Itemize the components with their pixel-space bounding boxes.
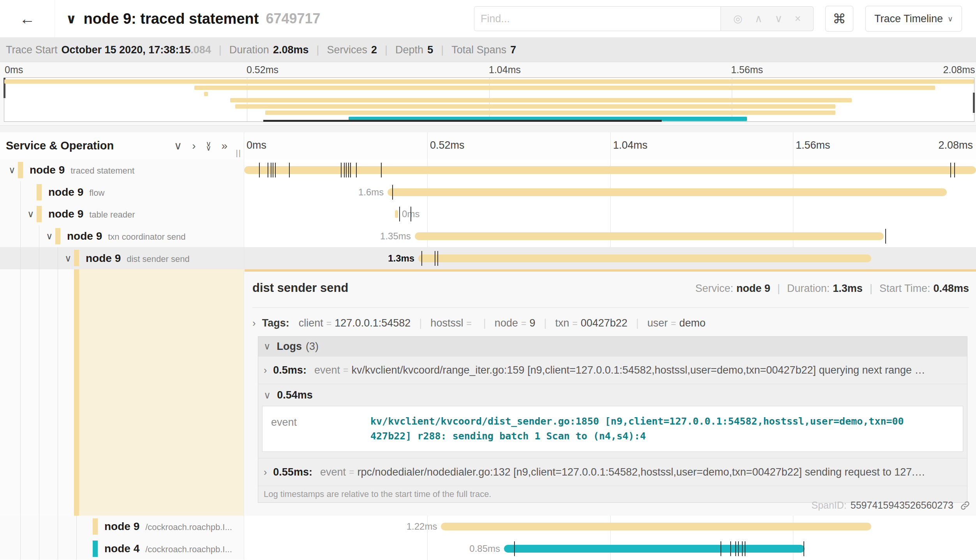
keyboard-shortcuts-button[interactable]: ⌘	[825, 6, 853, 32]
span-row-track[interactable]: 0.85ms	[244, 538, 976, 560]
span-row-label[interactable]: ∨node 9txn coordinator send	[0, 225, 244, 248]
indent-guide	[20, 516, 21, 538]
log-tick	[738, 541, 739, 556]
span-bar[interactable]	[504, 545, 805, 553]
service-operation-header: Service & Operation ∨ › ∨∨ » ||	[0, 132, 244, 159]
log-key: event	[262, 406, 370, 451]
span-bar[interactable]	[388, 188, 947, 196]
span-row[interactable]: node 9/cockroach.roachpb.I...1.22ms	[0, 516, 976, 538]
indent-guide	[58, 516, 58, 538]
log-entry[interactable]: › 0.55ms: event = rpc/nodedialer/nodedia…	[258, 458, 967, 486]
span-row-track[interactable]: 1.6ms	[244, 181, 976, 204]
span-row-track[interactable]	[244, 159, 976, 181]
collapse-one-level-icon[interactable]: ›	[192, 140, 196, 151]
log-entry-expanded-header[interactable]: ∨ 0.54ms	[258, 384, 967, 406]
minimap-span-bar	[204, 92, 208, 96]
log-tick	[399, 207, 400, 221]
span-row[interactable]: node 4/cockroach.roachpb.I...0.85ms	[0, 538, 976, 560]
indent-guide	[39, 516, 39, 538]
log-tick	[421, 251, 422, 266]
log-tick	[435, 251, 435, 266]
indent-guide	[39, 247, 39, 269]
span-row-label[interactable]: ∨node 9table reader	[0, 203, 244, 225]
log-tick	[350, 163, 351, 177]
prev-match-icon[interactable]: ∧	[755, 14, 763, 24]
row-expand-chevron-icon[interactable]: ∨	[9, 165, 16, 176]
log-tick	[356, 163, 357, 177]
expand-all-icon[interactable]: ∨∨	[206, 142, 211, 150]
log-tick	[885, 229, 886, 244]
span-row[interactable]: ∨node 9table reader0ms	[0, 203, 976, 225]
log-tick	[344, 163, 345, 177]
span-row-label[interactable]: node 9/cockroach.roachpb.I...	[0, 516, 244, 538]
span-bar[interactable]	[415, 232, 884, 240]
log-tick	[437, 251, 438, 266]
minimap-right-scrub-handle[interactable]	[973, 93, 975, 113]
log-entry[interactable]: › 0.5ms: event = kv/kvclient/kvcoord/ran…	[258, 356, 967, 384]
row-expand-chevron-icon[interactable]: ∨	[46, 231, 53, 242]
span-row-label[interactable]: ∨node 9dist sender send	[0, 247, 244, 269]
span-service: node 9	[86, 252, 121, 265]
span-service: node 9	[67, 230, 102, 242]
chevron-right-icon: ›	[264, 365, 267, 376]
column-resize-handle[interactable]: ||	[236, 149, 241, 158]
span-row[interactable]: ∨node 9txn coordinator send1.35ms	[0, 225, 976, 248]
find-addon: ◎ ∧ ∨ ×	[721, 6, 814, 31]
span-service: node 9	[48, 208, 83, 220]
minimap-span-bar	[194, 86, 935, 90]
logs-header[interactable]: ∨ Logs (3)	[258, 337, 967, 356]
minimap-canvas[interactable]	[4, 77, 974, 122]
clear-search-icon[interactable]: ×	[795, 14, 801, 24]
find-group: ◎ ∧ ∨ ×	[474, 6, 814, 31]
span-row-label[interactable]: ∨node 9traced statement	[0, 159, 244, 181]
span-row[interactable]: node 9flow1.6ms	[0, 181, 976, 204]
minimap-tick-label: 0ms	[5, 64, 23, 75]
summary-services: Services2	[327, 44, 395, 56]
row-expand-chevron-icon[interactable]: ∨	[65, 253, 72, 264]
indent-guide	[20, 538, 21, 560]
span-row-label[interactable]: node 4/cockroach.roachpb.I...	[0, 538, 244, 560]
summary-total-spans: Total Spans7	[451, 44, 516, 56]
link-icon[interactable]	[960, 500, 971, 511]
back-button[interactable]: ←	[0, 0, 55, 37]
indent-guide	[20, 225, 21, 248]
indent-guide	[20, 181, 21, 204]
span-row-track[interactable]: 0ms	[244, 203, 976, 225]
span-bar[interactable]	[395, 210, 398, 218]
span-row[interactable]: ∨node 9traced statement	[0, 159, 976, 181]
span-id-row: SpanID: 5597415943526560273	[811, 500, 971, 511]
indent-guide	[58, 538, 58, 560]
summary-depth: Depth5	[395, 44, 451, 56]
find-input[interactable]	[474, 6, 721, 31]
span-bar[interactable]	[441, 523, 871, 530]
logs-count: (3)	[306, 341, 319, 353]
expand-one-level-icon[interactable]: ∨	[174, 140, 182, 151]
log-tick	[721, 541, 721, 556]
span-rows: ∨node 9traced statement node 9flow1.6ms …	[0, 159, 976, 269]
collapse-all-icon[interactable]: »	[221, 140, 227, 151]
locate-icon[interactable]: ◎	[733, 14, 743, 24]
span-color-bar	[37, 206, 42, 222]
trace-view-selector[interactable]: Trace Timeline ∨	[865, 6, 962, 32]
trace-collapse-chevron-icon[interactable]: ∨	[66, 11, 77, 26]
span-row-track[interactable]: 1.22ms	[244, 516, 976, 538]
span-row-track[interactable]: 1.35ms	[244, 225, 976, 248]
chevron-right-icon: ›	[264, 467, 267, 478]
span-row-track[interactable]: 1.3ms	[244, 247, 976, 269]
span-bar[interactable]	[244, 166, 976, 174]
next-match-icon[interactable]: ∨	[775, 14, 782, 24]
span-row-label[interactable]: node 9flow	[0, 181, 244, 204]
minimap-span-bar	[4, 79, 974, 84]
tags-row[interactable]: › Tags: client=127.0.0.1:54582 hostssl= …	[252, 313, 969, 333]
row-expand-chevron-icon[interactable]: ∨	[27, 209, 34, 219]
span-duration-label: 1.3ms	[388, 253, 418, 264]
axis-tick-label: 0.52ms	[430, 139, 465, 151]
indent-guide	[20, 269, 21, 516]
axis-tick-label: 1.56ms	[796, 139, 830, 151]
span-service: node 9	[104, 520, 139, 533]
span-id-label: SpanID:	[811, 500, 846, 511]
minimap-span-bar	[265, 111, 835, 115]
span-row[interactable]: ∨node 9dist sender send1.3ms	[0, 247, 976, 269]
logs-label: Logs	[277, 341, 302, 353]
span-bar[interactable]	[418, 255, 871, 262]
